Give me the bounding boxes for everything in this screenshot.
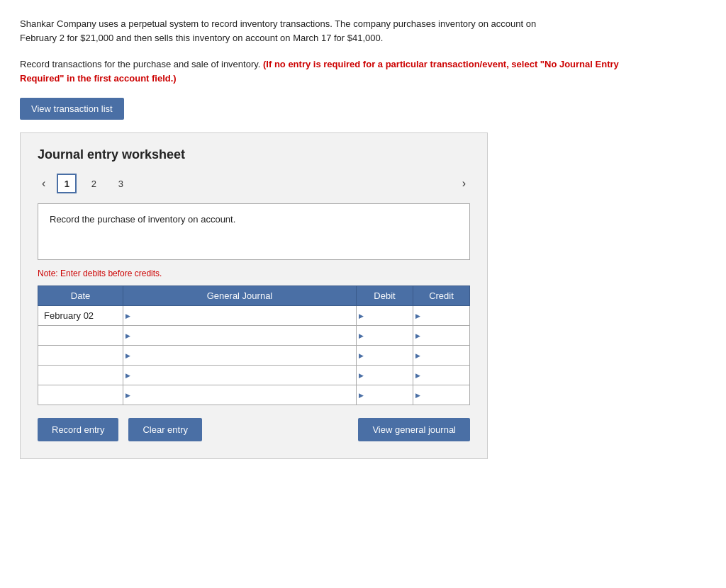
credit-input-2[interactable] — [413, 326, 469, 345]
journal-input-2[interactable] — [123, 326, 356, 345]
debit-input-1[interactable] — [357, 306, 413, 325]
journal-cell-1[interactable] — [123, 306, 357, 326]
header-debit: Debit — [357, 286, 413, 306]
description-box: Record the purchase of inventory on acco… — [38, 203, 470, 260]
note-text: Note: Enter debits before credits. — [38, 268, 470, 278]
journal-cell-4[interactable] — [123, 366, 357, 385]
table-row — [38, 326, 470, 346]
next-page-button[interactable]: › — [458, 176, 470, 191]
table-row — [38, 385, 470, 405]
debit-cell-3[interactable] — [357, 346, 413, 366]
credit-input-3[interactable] — [413, 346, 469, 365]
description-text: Record the purchase of inventory on acco… — [50, 214, 235, 225]
credit-input-1[interactable] — [413, 306, 469, 325]
journal-cell-2[interactable] — [123, 326, 357, 346]
journal-input-4[interactable] — [123, 366, 356, 385]
page-2[interactable]: 2 — [84, 174, 104, 193]
prev-page-button[interactable]: ‹ — [38, 176, 50, 191]
header-general-journal: General Journal — [123, 286, 357, 306]
pagination-row: ‹ 1 2 3 › — [38, 174, 470, 193]
debit-cell-1[interactable] — [357, 306, 413, 326]
table-row: February 02 — [38, 306, 470, 326]
record-entry-button[interactable]: Record entry — [38, 418, 118, 441]
table-row — [38, 366, 470, 385]
clear-entry-button[interactable]: Clear entry — [128, 418, 202, 441]
worksheet-title: Journal entry worksheet — [38, 147, 470, 162]
credit-cell-4[interactable] — [413, 366, 470, 385]
journal-input-3[interactable] — [123, 346, 356, 365]
page-3[interactable]: 3 — [111, 174, 130, 193]
journal-cell-3[interactable] — [123, 346, 357, 366]
debit-input-3[interactable] — [357, 346, 413, 365]
view-general-journal-button[interactable]: View general journal — [358, 418, 470, 441]
credit-cell-1[interactable] — [413, 306, 470, 326]
journal-input-1[interactable] — [123, 306, 356, 325]
instruction-plain: Record transactions for the purchase and… — [20, 59, 263, 69]
table-row — [38, 346, 470, 366]
header-date: Date — [38, 286, 123, 306]
intro-line2: February 2 for $21,000 and then sells th… — [20, 33, 383, 43]
date-cell-3 — [38, 346, 123, 366]
date-cell-4 — [38, 366, 123, 385]
credit-cell-3[interactable] — [413, 346, 470, 366]
debit-input-4[interactable] — [357, 366, 413, 385]
credit-input-5[interactable] — [413, 385, 469, 405]
credit-cell-2[interactable] — [413, 326, 470, 346]
view-transaction-button[interactable]: View transaction list — [20, 98, 124, 120]
page-1[interactable]: 1 — [57, 174, 77, 193]
intro-paragraph: Shankar Company uses a perpetual system … — [20, 17, 630, 45]
date-cell-1: February 02 — [38, 306, 123, 326]
journal-cell-5[interactable] — [123, 385, 357, 405]
header-credit: Credit — [413, 286, 470, 306]
credit-input-4[interactable] — [413, 366, 469, 385]
instruction-paragraph: Record transactions for the purchase and… — [20, 57, 630, 85]
debit-cell-2[interactable] — [357, 326, 413, 346]
intro-line1: Shankar Company uses a perpetual system … — [20, 18, 536, 29]
action-buttons-row: Record entry Clear entry View general jo… — [38, 418, 470, 441]
debit-cell-4[interactable] — [357, 366, 413, 385]
debit-cell-5[interactable] — [357, 385, 413, 405]
credit-cell-5[interactable] — [413, 385, 470, 405]
debit-input-5[interactable] — [357, 385, 413, 405]
date-cell-2 — [38, 326, 123, 346]
journal-table: Date General Journal Debit Credit Februa… — [38, 285, 470, 405]
journal-input-5[interactable] — [123, 385, 356, 405]
debit-input-2[interactable] — [357, 326, 413, 345]
journal-entry-worksheet: Journal entry worksheet ‹ 1 2 3 › Record… — [20, 132, 488, 459]
date-cell-5 — [38, 385, 123, 405]
